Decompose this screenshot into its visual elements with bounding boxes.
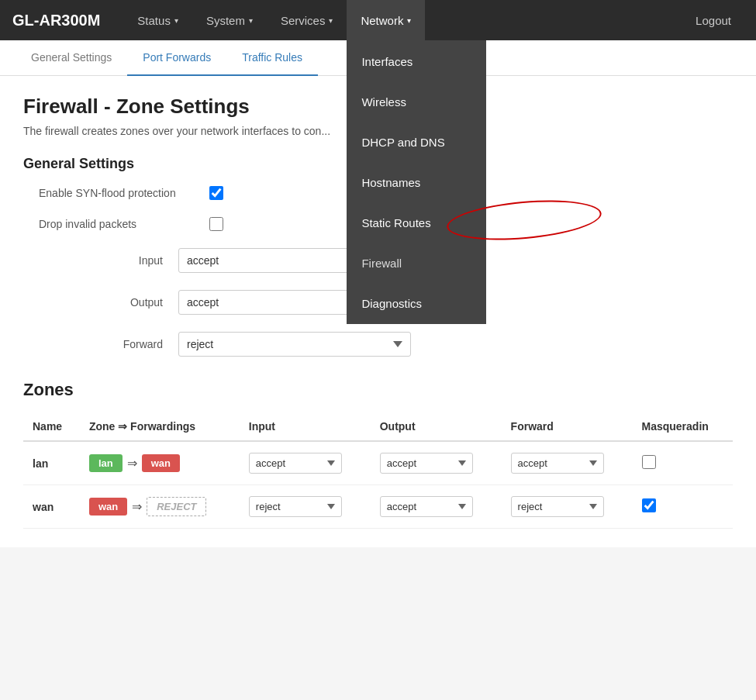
lan-input-select[interactable]: accept reject drop	[249, 453, 342, 474]
nav-item-system[interactable]: System▾	[192, 0, 267, 40]
drop-invalid-label: Drop invalid packets	[39, 218, 209, 230]
forward-label: Forward	[39, 338, 163, 350]
nav-item-services[interactable]: Services▾	[267, 0, 347, 40]
zone-tag-reject: REJECT	[147, 497, 206, 516]
drop-invalid-checkbox[interactable]	[209, 217, 223, 231]
zone-masquerade-wan[interactable]	[633, 485, 734, 529]
wan-input-select[interactable]: accept reject drop	[249, 496, 342, 517]
col-output: Output	[371, 412, 502, 441]
tab-general-settings[interactable]: General Settings	[16, 40, 127, 76]
forward-select[interactable]: accept reject drop	[178, 332, 411, 357]
dropdown-wireless[interactable]: Wireless	[347, 81, 485, 122]
dropdown-static-routes[interactable]: Static Routes	[347, 202, 485, 243]
dropdown-firewall[interactable]: Firewall	[347, 243, 485, 283]
lan-output-select[interactable]: accept reject drop	[380, 453, 473, 474]
zone-tag-wan-from: wan	[89, 498, 127, 516]
syn-flood-label: Enable SYN-flood protection	[39, 187, 209, 199]
zones-table: Name Zone ⇒ Forwardings Input Output For…	[23, 412, 733, 529]
lan-forward-select[interactable]: accept reject drop	[511, 453, 604, 474]
dropdown-interfaces[interactable]: Interfaces	[347, 41, 485, 81]
col-forward: Forward	[502, 412, 633, 441]
navbar: GL-AR300M Status▾ System▾ Services▾ Netw…	[0, 0, 756, 40]
col-name: Name	[23, 412, 80, 441]
zone-tag-lan: lan	[89, 454, 123, 472]
nav-item-logout[interactable]: Logout	[683, 14, 744, 27]
caret-icon: ▾	[249, 16, 253, 25]
zone-output-lan[interactable]: accept reject drop	[371, 441, 502, 485]
arrow-icon: ⇒	[127, 456, 137, 471]
col-forwardings: Zone ⇒ Forwardings	[80, 412, 240, 441]
network-dropdown: Interfaces Wireless DHCP and DNS Hostnam…	[347, 40, 486, 324]
table-row: wan wan ⇒ REJECT accept reject drop	[23, 485, 733, 529]
dropdown-hostnames[interactable]: Hostnames	[347, 162, 485, 202]
caret-icon: ▾	[407, 16, 411, 25]
dropdown-dhcp-dns[interactable]: DHCP and DNS	[347, 122, 485, 162]
wan-output-select[interactable]: accept reject drop	[380, 496, 473, 517]
navbar-menu: Status▾ System▾ Services▾ Network▾ Inter…	[123, 0, 425, 40]
nav-item-status[interactable]: Status▾	[123, 0, 192, 40]
zones-title: Zones	[23, 380, 733, 400]
lan-masquerade-checkbox[interactable]	[642, 455, 656, 469]
wan-masquerade-checkbox[interactable]	[642, 498, 656, 512]
tab-traffic-rules[interactable]: Traffic Rules	[226, 40, 318, 76]
zone-input-lan[interactable]: accept reject drop	[240, 441, 371, 485]
syn-flood-checkbox[interactable]	[209, 186, 223, 200]
zone-name-lan: lan	[23, 441, 80, 485]
zone-forwarding-lan: lan ⇒ wan	[80, 441, 240, 485]
brand: GL-AR300M	[12, 12, 100, 29]
output-label: Output	[39, 296, 163, 309]
caret-icon: ▾	[329, 16, 333, 25]
input-label: Input	[39, 254, 163, 267]
dropdown-diagnostics[interactable]: Diagnostics	[347, 283, 485, 323]
zone-forward-lan[interactable]: accept reject drop	[502, 441, 633, 485]
col-input: Input	[240, 412, 371, 441]
forward-group: Forward accept reject drop	[39, 332, 733, 357]
caret-icon: ▾	[174, 16, 178, 25]
zone-tag-wan: wan	[142, 454, 180, 472]
zone-masquerade-lan[interactable]	[633, 441, 734, 485]
zone-name-wan: wan	[23, 485, 80, 529]
arrow-icon: ⇒	[132, 499, 142, 514]
tab-port-forwards[interactable]: Port Forwards	[127, 40, 226, 76]
nav-item-network[interactable]: Network▾ Interfaces Wireless DHCP and DN…	[347, 0, 425, 40]
zones-header-row: Name Zone ⇒ Forwardings Input Output For…	[23, 412, 733, 441]
wan-forward-select[interactable]: accept reject drop	[511, 496, 604, 517]
zone-forward-wan[interactable]: accept reject drop	[502, 485, 633, 529]
col-masquerade: Masqueradin	[633, 412, 734, 441]
zone-output-wan[interactable]: accept reject drop	[371, 485, 502, 529]
table-row: lan lan ⇒ wan accept reject drop	[23, 441, 733, 485]
zone-input-wan[interactable]: accept reject drop	[240, 485, 371, 529]
zone-forwarding-wan: wan ⇒ REJECT	[80, 485, 240, 529]
